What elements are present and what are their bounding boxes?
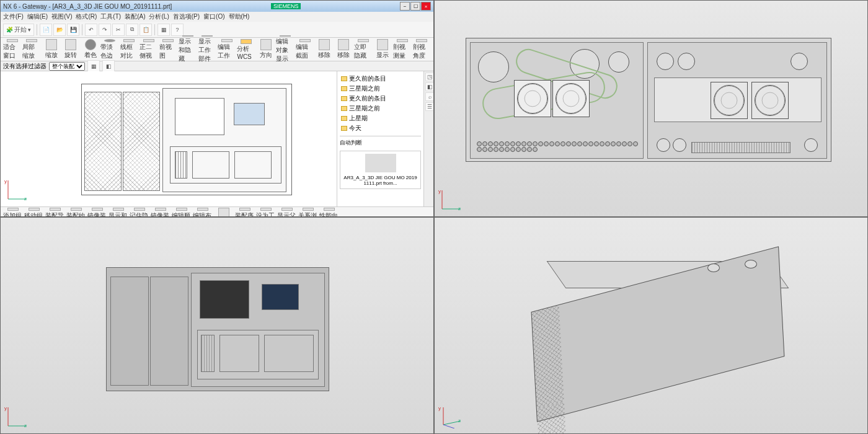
nx-app-pane: NX 6 - Gateway - [AR3_A_3_3D JIE GOU MO_… xyxy=(0,0,434,217)
showhide-button[interactable]: 显示和隐藏 xyxy=(108,208,128,218)
folder-icon xyxy=(341,126,347,131)
view-iso-rear: z y xyxy=(434,217,868,434)
minimize-button[interactable]: − xyxy=(400,2,410,11)
asm-nav-button[interactable]: 装配导航 xyxy=(45,208,65,218)
viewport-top[interactable]: zy xyxy=(435,1,867,216)
show-parent-button[interactable]: 显示父项 xyxy=(277,208,297,218)
menu-format[interactable]: 格式(R) xyxy=(76,12,97,21)
relation-button[interactable]: 关系浏览器 xyxy=(298,208,318,218)
zoom-region-button[interactable]: 局部缩放 xyxy=(22,39,40,60)
nav-tab-icon[interactable]: ☰ xyxy=(425,102,434,111)
perf-button[interactable]: 性能向导 xyxy=(319,208,339,218)
fit-view-button[interactable]: 适合窗口 xyxy=(3,39,21,60)
copy-icon[interactable]: ⧉ xyxy=(126,24,138,36)
explode-button[interactable]: 爆炸图 xyxy=(214,208,234,218)
viewport-iso[interactable]: z y xyxy=(435,218,867,433)
rotate-button[interactable]: 旋转 xyxy=(61,39,79,60)
view-triad: zy xyxy=(440,187,464,211)
angle-button[interactable]: 剖视角度 xyxy=(413,39,431,60)
folder-icon xyxy=(341,96,347,101)
edit-work-button[interactable]: 编辑工作 xyxy=(218,39,236,60)
file-preview[interactable]: AR3_A_3_3D JIE GOU MO 20191111.prt from.… xyxy=(340,151,421,189)
add-comp-button[interactable]: 添加组件 xyxy=(3,208,23,218)
view-front-shaded: zy xyxy=(0,217,434,434)
undo-icon[interactable]: ↶ xyxy=(85,24,97,36)
zoom-button[interactable]: 缩放 xyxy=(42,39,60,60)
measure-button[interactable]: 剖视测量 xyxy=(393,39,411,60)
show-button[interactable]: 显示 xyxy=(374,39,392,60)
front-view-button[interactable]: 前视图 xyxy=(159,39,177,60)
open-icon[interactable]: 📂 xyxy=(53,24,66,36)
shade-edge-button[interactable]: 带淡色边 xyxy=(100,39,118,60)
menu-file[interactable]: 文件(F) xyxy=(3,12,24,21)
new-icon[interactable]: 📄 xyxy=(40,24,52,36)
menu-help[interactable]: 帮助(H) xyxy=(229,12,250,21)
shade-button[interactable]: 着色 xyxy=(81,39,99,60)
obj-display-button[interactable]: 编辑对象显示 xyxy=(276,39,294,60)
orient-button[interactable]: 方向 xyxy=(257,39,275,60)
svg-line-8 xyxy=(443,425,454,428)
redo-icon[interactable]: ↷ xyxy=(99,24,111,36)
menu-edit[interactable]: 编辑(E) xyxy=(27,12,48,21)
help-icon[interactable]: ? xyxy=(171,24,184,36)
viewport-front[interactable]: zy xyxy=(1,218,433,433)
paste-icon[interactable]: 📋 xyxy=(140,24,152,36)
folder-icon xyxy=(341,116,347,121)
brand-badge: SIEMENS xyxy=(271,3,301,9)
view-triad: z y xyxy=(440,404,464,428)
menu-tools[interactable]: 工具(T) xyxy=(100,12,121,21)
resource-bar: ◳ ◧ ⌕ ☰ xyxy=(423,71,433,206)
save-icon[interactable]: 💾 xyxy=(67,24,79,36)
folder-icon xyxy=(341,86,347,91)
history-item[interactable]: 三星期之前 xyxy=(340,84,421,94)
menu-assembly[interactable]: 装配(A) xyxy=(125,12,145,21)
edit-order-button[interactable]: 编辑顺序 xyxy=(172,208,192,218)
scope-select[interactable]: 整个装配 xyxy=(49,62,85,71)
selection-bar: 没有选择过滤器 整个装配 ▦ ◧ xyxy=(1,61,433,71)
viewport-main[interactable]: z y xyxy=(1,71,337,206)
sequence-button[interactable]: 装配序列 xyxy=(235,208,255,218)
menu-window[interactable]: 窗口(O) xyxy=(203,12,224,21)
wcs-button[interactable]: 分析 WCS xyxy=(237,39,255,60)
history-item[interactable]: 更久前的条目 xyxy=(340,94,421,104)
history-item[interactable]: 上星期 xyxy=(340,113,421,123)
toolbar-standard: 🧩 开始 ▾ 📄 📂 💾 ↶ ↷ ✂ ⧉ 📋 ▦ ? xyxy=(1,22,433,38)
move-comp-button[interactable]: 移动组件 xyxy=(24,208,44,218)
menu-prefs[interactable]: 首选项(P) xyxy=(173,12,200,21)
nav-tab-icon[interactable]: ⌕ xyxy=(425,92,434,101)
sel-icon[interactable]: ▦ xyxy=(87,60,100,73)
section-label: 自动判断 xyxy=(340,139,421,147)
remember-hide-button[interactable]: 记住隐藏 xyxy=(130,208,149,218)
remove2-button[interactable]: 移除 xyxy=(335,39,353,60)
mirror-asm-button[interactable]: 镜像装配 xyxy=(87,208,107,218)
show-hide-button[interactable]: 显示和隐藏 xyxy=(179,39,197,60)
history-item[interactable]: 更久前的条目 xyxy=(340,74,421,84)
menu-analysis[interactable]: 分析(L) xyxy=(149,12,169,21)
history-panel: 更久前的条目 三星期之前 更久前的条目 三星期之前 上星期 今天 自动判断 AR… xyxy=(337,71,423,206)
start-button[interactable]: 🧩 开始 ▾ xyxy=(3,24,34,36)
maximize-button[interactable]: ☐ xyxy=(410,2,420,11)
constraint-button[interactable]: 装配约束 xyxy=(66,208,86,218)
hide-now-button[interactable]: 立即隐藏 xyxy=(354,39,372,60)
trimetric-button[interactable]: 正二侧视 xyxy=(140,39,157,60)
menubar: 文件(F) 编辑(E) 视图(V) 格式(R) 工具(T) 装配(A) 分析(L… xyxy=(1,12,433,22)
set-work-button[interactable]: 设为工作部件 xyxy=(256,208,276,218)
sel-icon2[interactable]: ◧ xyxy=(102,60,115,73)
history-item[interactable]: 三星期之前 xyxy=(340,104,421,113)
section-button[interactable]: 编辑截面 xyxy=(296,39,314,60)
show-work-button[interactable]: 显示工作部件 xyxy=(198,39,216,60)
folder-icon xyxy=(341,76,347,81)
folder-icon xyxy=(341,106,347,111)
cmd-icon[interactable]: ▦ xyxy=(157,24,170,36)
wireframe-button[interactable]: 线框对比 xyxy=(120,39,138,60)
remove-button[interactable]: 移除 xyxy=(315,39,333,60)
nav-tab-icon[interactable]: ◧ xyxy=(425,82,434,91)
view-triad: zy xyxy=(6,404,30,428)
menu-view[interactable]: 视图(V) xyxy=(51,12,72,21)
close-button[interactable]: × xyxy=(421,2,431,11)
mirror-asm2-button[interactable]: 镜像装配 xyxy=(151,208,170,218)
edit-layout-button[interactable]: 编辑布置 xyxy=(193,208,213,218)
cut-icon[interactable]: ✂ xyxy=(112,24,125,36)
nav-tab-icon[interactable]: ◳ xyxy=(425,73,434,81)
history-item[interactable]: 今天 xyxy=(340,123,421,133)
